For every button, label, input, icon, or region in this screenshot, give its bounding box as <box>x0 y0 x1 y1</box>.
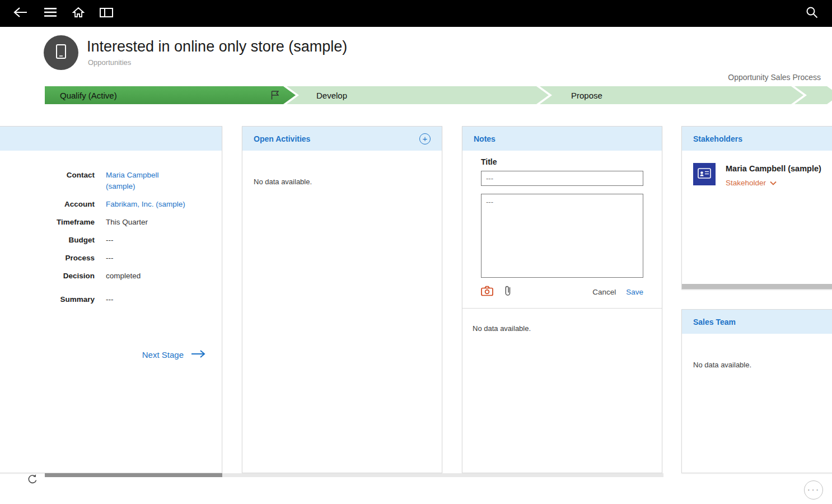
sales-team-body: No data available. <box>682 334 832 370</box>
note-title-label: Title <box>481 157 643 166</box>
field-label: Process <box>0 253 95 264</box>
details-card-body: Contact Maria Campbell (sample) Account … <box>0 151 222 305</box>
note-actions-row: Cancel Save <box>481 284 643 299</box>
horizontal-scrollbar-thumb[interactable] <box>45 473 222 477</box>
top-navigation-bar <box>0 0 832 27</box>
note-save-button[interactable]: Save <box>626 288 643 296</box>
next-stage-button[interactable]: Next Stage <box>142 349 206 360</box>
menu-button[interactable] <box>40 3 60 24</box>
open-activities-title: Open Activities <box>254 134 310 143</box>
field-value[interactable]: --- <box>106 235 114 246</box>
sales-team-card: Sales Team No data available. <box>681 309 832 473</box>
opportunity-page: Interested in online only store (sample)… <box>0 0 832 504</box>
refresh-icon <box>27 477 38 487</box>
notes-card: Notes Title --- Cancel Save No data avai… <box>462 126 662 473</box>
field-row-summary: Summary --- <box>0 294 222 305</box>
stage-label: Develop <box>316 91 347 100</box>
stakeholder-info: Maria Campbell (sample) Stakeholder <box>726 163 821 187</box>
notes-list: No data available. <box>462 309 662 333</box>
open-activities-header: Open Activities + <box>242 127 442 151</box>
refresh-button[interactable] <box>27 474 38 487</box>
open-activities-card: Open Activities + No data available. <box>242 126 442 473</box>
stage-label: Propose <box>571 91 602 100</box>
stage-develop[interactable]: Develop <box>287 86 549 104</box>
more-commands-button[interactable]: ··· <box>804 480 823 500</box>
tablet-icon <box>55 44 67 62</box>
camera-icon[interactable] <box>481 286 493 298</box>
field-value[interactable]: --- <box>106 294 114 305</box>
sales-process-name: Opportunity Sales Process <box>728 73 821 82</box>
field-label: Timeframe <box>0 217 95 228</box>
opportunity-entity-badge <box>44 35 78 70</box>
field-label: Summary <box>0 294 95 305</box>
next-stage-label: Next Stage <box>142 350 184 360</box>
sales-team-header: Sales Team <box>682 310 832 334</box>
search-icon <box>806 6 818 21</box>
stakeholder-role-dropdown[interactable]: Stakeholder <box>726 179 821 187</box>
field-value[interactable]: completed <box>106 270 141 282</box>
business-process-bar: Qualify (Active) Develop Propose <box>45 86 832 104</box>
panel-layout-icon <box>100 8 113 20</box>
notes-header: Notes <box>462 127 662 151</box>
home-icon <box>72 7 85 20</box>
qualify-details-card: Contact Maria Campbell (sample) Account … <box>0 126 222 473</box>
notes-title: Notes <box>474 134 496 143</box>
field-row-account: Account Fabrikam, Inc. (sample) <box>0 199 222 210</box>
stage-qualify[interactable]: Qualify (Active) <box>45 86 296 104</box>
stakeholder-role-label: Stakeholder <box>726 179 766 187</box>
flag-icon <box>271 91 279 101</box>
contact-card-icon <box>698 168 711 181</box>
hamburger-icon <box>44 8 57 19</box>
back-button[interactable] <box>10 3 30 24</box>
sales-team-title: Sales Team <box>693 318 736 326</box>
back-arrow-icon <box>13 7 27 20</box>
search-button[interactable] <box>802 3 822 24</box>
stage-propose[interactable]: Propose <box>540 86 803 104</box>
page-title: Interested in online only store (sample) <box>87 38 347 55</box>
horizontal-scrollbar-track[interactable] <box>45 473 663 477</box>
field-value[interactable]: --- <box>106 253 114 264</box>
contact-link[interactable]: Maria Campbell (sample) <box>106 170 176 192</box>
stage-label: Qualify (Active) <box>60 91 117 100</box>
note-body-textarea[interactable]: --- <box>481 194 643 278</box>
stakeholders-title: Stakeholders <box>693 134 742 143</box>
field-label: Decision <box>0 270 95 282</box>
field-row-process: Process --- <box>0 253 222 264</box>
field-label: Contact <box>0 170 95 192</box>
stakeholder-row[interactable]: Maria Campbell (sample) Stakeholder <box>693 163 832 187</box>
account-link[interactable]: Fabrikam, Inc. (sample) <box>106 199 185 210</box>
avatar <box>693 163 716 185</box>
stakeholders-header: Stakeholders <box>682 127 832 151</box>
arrow-right-icon <box>190 349 206 360</box>
note-title-input[interactable] <box>481 171 643 186</box>
field-row-decision: Decision completed <box>0 270 222 282</box>
stakeholders-body: Maria Campbell (sample) Stakeholder <box>682 151 832 187</box>
page-subtitle: Opportunities <box>88 58 131 67</box>
details-card-header <box>0 127 222 151</box>
field-row-timeframe: Timeframe This Quarter <box>0 217 222 228</box>
field-label: Budget <box>0 235 95 246</box>
stakeholders-card: Stakeholders Maria Campbell (sample) Sta… <box>681 126 832 290</box>
no-data-text: No data available. <box>254 178 312 186</box>
home-button[interactable] <box>68 3 88 24</box>
field-row-budget: Budget --- <box>0 235 222 246</box>
field-label: Account <box>0 199 95 210</box>
note-compose-form: Title --- Cancel Save <box>462 151 662 299</box>
field-row-contact: Contact Maria Campbell (sample) <box>0 170 222 192</box>
add-activity-button[interactable]: + <box>419 133 431 144</box>
chevron-down-icon <box>770 179 777 187</box>
stakeholder-name[interactable]: Maria Campbell (sample) <box>726 164 821 173</box>
note-cancel-button[interactable]: Cancel <box>592 288 616 296</box>
no-data-text: No data available. <box>473 324 531 333</box>
stakeholders-scrollbar[interactable] <box>682 284 832 289</box>
field-value[interactable]: This Quarter <box>106 217 148 228</box>
no-data-text: No data available. <box>693 361 751 369</box>
open-activities-body: No data available. <box>242 151 442 186</box>
attachment-icon[interactable] <box>504 284 511 299</box>
recent-panel-button[interactable] <box>96 3 116 24</box>
